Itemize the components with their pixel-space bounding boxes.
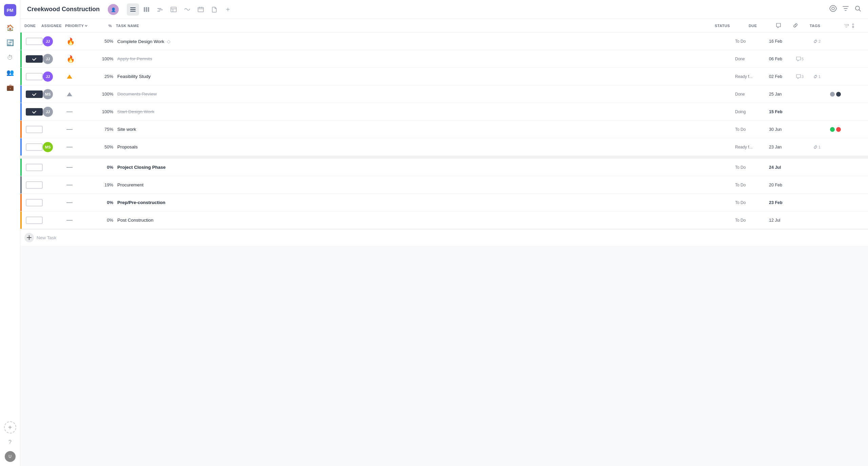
task-name[interactable]: Procurement (117, 182, 735, 187)
task-due[interactable]: 23 Feb (769, 200, 796, 205)
svg-point-21 (852, 24, 854, 25)
task-checkbox[interactable] (26, 38, 43, 45)
task-status[interactable]: Doing (735, 109, 769, 114)
filter-icon[interactable] (842, 5, 849, 14)
task-status[interactable]: To Do (735, 183, 769, 187)
task-row[interactable]: —0%Prep/Pre-constructionTo Do23 Feb (20, 194, 868, 211)
task-row[interactable]: JJ—100%Start Design WorkDoing15 Feb (20, 103, 868, 121)
task-due[interactable]: 23 Jan (769, 145, 796, 149)
task-status[interactable]: Ready f... (735, 74, 769, 79)
task-row[interactable]: —0%Post ConstructionTo Do12 Jul (20, 211, 868, 229)
task-links[interactable]: 1 (813, 74, 830, 79)
task-name[interactable]: Post Construction (117, 218, 735, 223)
task-checkbox[interactable] (26, 73, 43, 80)
task-status[interactable]: To Do (735, 218, 769, 223)
task-row[interactable]: MS100%Documents ReviewDone25 Jan (20, 85, 868, 103)
task-row[interactable]: JJ🔥100%Apply for PermitsDone06 Feb5 (20, 50, 868, 68)
task-status[interactable]: Done (735, 57, 769, 61)
task-checkbox[interactable] (26, 143, 43, 151)
task-row[interactable]: JJ25%Feasibility StudyReady f...02 Feb31 (20, 68, 868, 85)
view-list[interactable] (127, 3, 139, 16)
project-avatar[interactable]: 👤 (108, 4, 119, 15)
svg-rect-4 (130, 11, 136, 12)
sidebar-item-people[interactable]: 👥 (4, 66, 16, 79)
task-due[interactable]: 06 Feb (769, 57, 796, 61)
task-status[interactable]: Ready f... (735, 145, 769, 149)
task-name[interactable]: Feasibility Study (117, 74, 735, 79)
view-calendar[interactable] (195, 3, 207, 16)
sidebar-item-time[interactable]: ⏱ (4, 52, 16, 64)
task-due[interactable]: 25 Jan (769, 92, 796, 97)
tag-dot[interactable] (830, 92, 835, 97)
task-name[interactable]: Documents Review (117, 92, 735, 97)
task-comments[interactable]: 3 (796, 74, 813, 79)
task-status[interactable]: To Do (735, 165, 769, 170)
new-task-row[interactable]: New Task (20, 229, 868, 246)
task-name[interactable]: Proposals (117, 144, 735, 149)
sidebar-item-work[interactable]: 💼 (4, 81, 16, 94)
task-due[interactable]: 15 Feb (769, 109, 796, 114)
task-assignee: JJ (43, 54, 66, 64)
app-logo[interactable]: PM (4, 4, 16, 16)
task-row[interactable]: —0%Project Closing PhaseTo Do24 Jul (20, 159, 868, 176)
task-name[interactable]: Project Closing Phase (117, 165, 735, 170)
task-name[interactable]: Complete Design Work ◇ (117, 39, 735, 44)
tag-dot[interactable] (830, 127, 835, 132)
search-icon[interactable] (854, 5, 861, 14)
task-due[interactable]: 20 Feb (769, 183, 796, 187)
svg-rect-5 (144, 7, 145, 12)
tag-dot[interactable] (836, 92, 841, 97)
task-row[interactable]: MS—50%ProposalsReady f...23 Jan1 (20, 138, 868, 156)
task-name[interactable]: Apply for Permits (117, 56, 735, 61)
task-checkbox[interactable] (26, 164, 43, 171)
task-due[interactable]: 16 Feb (769, 39, 796, 44)
task-checkbox[interactable] (26, 217, 43, 224)
task-name[interactable]: Prep/Pre-construction (117, 200, 735, 205)
task-checkbox[interactable] (26, 181, 43, 189)
task-checkbox[interactable] (26, 126, 43, 133)
sort-controls[interactable] (844, 23, 864, 28)
task-checkbox[interactable] (26, 199, 43, 206)
task-links[interactable]: 1 (813, 145, 830, 149)
header-priority[interactable]: PRIORITY (65, 24, 96, 28)
task-due[interactable]: 12 Jul (769, 218, 796, 223)
task-status[interactable]: To Do (735, 127, 769, 132)
sidebar-item-updates[interactable]: 🔄 (4, 37, 16, 49)
task-due[interactable]: 30 Jun (769, 127, 796, 132)
task-comments[interactable]: 5 (796, 57, 813, 61)
task-assignee: MS (43, 89, 66, 99)
header-tags: TAGS (810, 24, 844, 28)
view-files[interactable] (208, 3, 220, 16)
add-task-button[interactable] (24, 233, 34, 242)
svg-rect-14 (198, 7, 203, 12)
task-row[interactable]: —19%ProcurementTo Do20 Feb (20, 176, 868, 194)
task-status[interactable]: Done (735, 92, 769, 97)
task-name[interactable]: Start Design Work (117, 109, 735, 114)
task-row[interactable]: —75%Site workTo Do30 Jun (20, 121, 868, 138)
sidebar-add-button[interactable]: + (4, 421, 16, 433)
task-row[interactable]: JJ🔥50%Complete Design Work ◇To Do16 Feb2 (20, 33, 868, 50)
task-status[interactable]: To Do (735, 39, 769, 44)
task-checkbox[interactable] (26, 90, 43, 98)
task-due[interactable]: 24 Jul (769, 165, 796, 170)
view-chart[interactable] (181, 3, 193, 16)
view-table[interactable] (167, 3, 180, 16)
view-board[interactable] (140, 3, 153, 16)
sidebar-help-button[interactable]: ? (4, 436, 16, 448)
header-done: DONE (24, 24, 41, 28)
view-add[interactable]: + (222, 3, 234, 16)
sidebar-item-home[interactable]: 🏠 (4, 22, 16, 34)
svg-rect-6 (146, 7, 147, 12)
svg-point-18 (832, 7, 834, 10)
watch-icon[interactable] (829, 5, 837, 14)
task-name[interactable]: Site work (117, 127, 735, 132)
tag-dot[interactable] (836, 127, 841, 132)
task-status[interactable]: To Do (735, 200, 769, 205)
task-links[interactable]: 2 (813, 39, 830, 44)
task-checkbox[interactable] (26, 55, 43, 63)
task-checkbox[interactable] (26, 108, 43, 116)
user-avatar-sidebar[interactable]: U (5, 451, 16, 462)
view-timeline[interactable] (154, 3, 166, 16)
task-priority: — (66, 108, 97, 115)
task-due[interactable]: 02 Feb (769, 74, 796, 79)
